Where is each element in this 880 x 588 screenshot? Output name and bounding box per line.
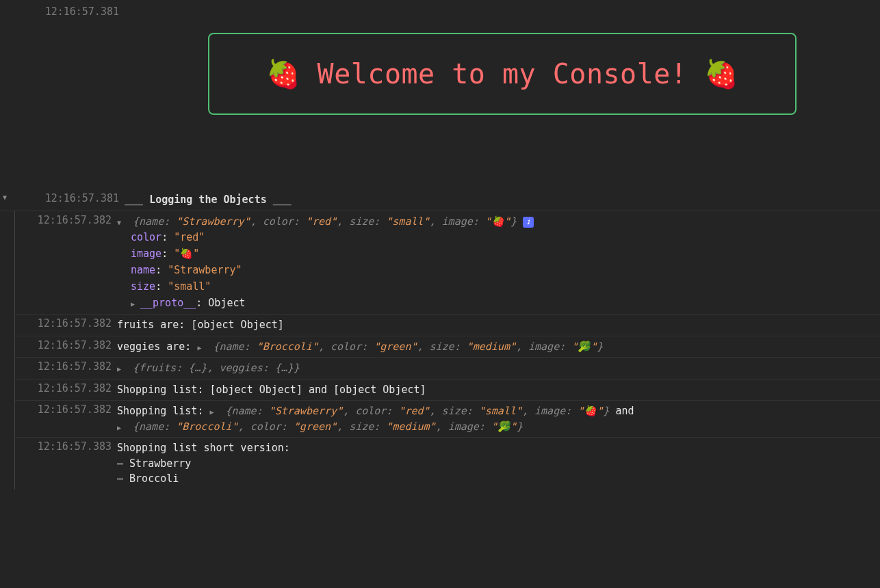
content: 🍓 Welcome to my Console! 🍓 bbox=[125, 5, 880, 190]
group-title-text: Logging the Objects bbox=[149, 193, 273, 206]
object-preview[interactable]: {name: "Broccoli", color: "green", size:… bbox=[133, 420, 523, 433]
object-preview[interactable]: {name: "Broccoli", color: "green", size:… bbox=[213, 340, 603, 353]
console-row: 12:16:57.382 ▶ {fruits: {…}, veggies: {…… bbox=[15, 357, 880, 379]
strawberry-icon: 🍓 bbox=[266, 58, 301, 90]
console-row: 12:16:57.382 veggies are: ▶ {name: "Broc… bbox=[15, 336, 880, 358]
console-row: 12:16:57.382 fruits are: [object Object] bbox=[15, 314, 880, 336]
console-row: 12:16:57.382 Shopping list: [object Obje… bbox=[15, 379, 880, 401]
chevron-right-icon[interactable]: ▶ bbox=[117, 364, 127, 374]
timestamp: 12:16:57.383 bbox=[15, 440, 117, 453]
object-property[interactable]: color: "red" bbox=[131, 229, 880, 245]
log-text: – Strawberry bbox=[117, 456, 880, 472]
log-text: – Broccoli bbox=[117, 471, 880, 487]
chevron-right-icon[interactable]: ▶ bbox=[131, 299, 140, 310]
content: Shopping list short version: – Strawberr… bbox=[117, 440, 880, 487]
log-prefix: veggies are: bbox=[117, 340, 197, 353]
object-preview[interactable]: {fruits: {…}, veggies: {…}} bbox=[133, 362, 300, 374]
timestamp: 12:16:57.381 bbox=[15, 192, 125, 204]
chevron-right-icon[interactable]: ▶ bbox=[197, 343, 207, 353]
group-title: ___ Logging the Objects ___ bbox=[125, 192, 880, 208]
log-prefix: Shopping list: bbox=[117, 405, 209, 417]
timestamp: 12:16:57.382 bbox=[15, 382, 117, 395]
content: ▶ {fruits: {…}, veggies: {…}} bbox=[117, 360, 880, 376]
timestamp: 12:16:57.382 bbox=[15, 339, 117, 351]
log-text: fruits are: [object Object] bbox=[117, 317, 880, 333]
console-row-object-expanded: 12:16:57.382 ▼ {name: "Strawberry", colo… bbox=[15, 211, 880, 315]
object-proto[interactable]: ▶__proto__: Object bbox=[131, 295, 880, 311]
content: Shopping list: ▶ {name: "Strawberry", co… bbox=[117, 403, 880, 434]
group-body: 12:16:57.382 ▼ {name: "Strawberry", colo… bbox=[14, 211, 880, 490]
console-group-header[interactable]: ▼ 12:16:57.381 ___ Logging the Objects _… bbox=[0, 190, 880, 211]
timestamp: 12:16:57.382 bbox=[15, 214, 117, 226]
log-text: Shopping list: [object Object] and [obje… bbox=[117, 382, 880, 398]
and-word: and bbox=[615, 405, 634, 417]
chevron-down-icon[interactable]: ▼ bbox=[3, 193, 12, 201]
chevron-down-icon[interactable]: ▼ bbox=[117, 217, 127, 228]
chevron-right-icon[interactable]: ▶ bbox=[209, 407, 219, 417]
underscores: ___ bbox=[273, 193, 292, 206]
console-row: 12:16:57.382 Shopping list: ▶ {name: "St… bbox=[15, 400, 880, 437]
object-preview[interactable]: {name: "Strawberry", color: "red", size:… bbox=[226, 405, 610, 417]
content: ▼ {name: "Strawberry", color: "red", siz… bbox=[117, 214, 880, 312]
object-properties: color: "red" image: "🍓" name: "Strawberr… bbox=[117, 229, 880, 311]
info-icon[interactable]: i bbox=[523, 217, 534, 228]
object-property[interactable]: size: "small" bbox=[131, 278, 880, 295]
object-property[interactable]: name: "Strawberry" bbox=[131, 262, 880, 278]
chevron-right-icon[interactable]: ▶ bbox=[117, 423, 127, 433]
timestamp: 12:16:57.381 bbox=[15, 5, 125, 18]
console-row: 12:16:57.383 Shopping list short version… bbox=[15, 437, 880, 490]
strawberry-icon: 🍓 bbox=[704, 58, 739, 90]
log-text: Shopping list short version: bbox=[117, 440, 880, 456]
timestamp: 12:16:57.382 bbox=[15, 360, 117, 373]
console-row-top: 12:16:57.381 🍓 Welcome to my Console! 🍓 bbox=[0, 0, 880, 190]
timestamp: 12:16:57.382 bbox=[15, 317, 117, 330]
banner-text: Welcome to my Console! bbox=[318, 58, 688, 90]
timestamp: 12:16:57.382 bbox=[15, 403, 117, 416]
welcome-banner: 🍓 Welcome to my Console! 🍓 bbox=[208, 33, 797, 115]
rail bbox=[0, 5, 15, 7]
banner-wrap: 🍓 Welcome to my Console! 🍓 bbox=[125, 5, 880, 190]
object-property[interactable]: image: "🍓" bbox=[131, 245, 880, 262]
content: veggies are: ▶ {name: "Broccoli", color:… bbox=[117, 339, 880, 355]
rail: ▼ bbox=[0, 192, 15, 201]
object-preview[interactable]: {name: "Strawberry", color: "red", size:… bbox=[133, 215, 517, 228]
underscores: ___ bbox=[125, 193, 143, 206]
